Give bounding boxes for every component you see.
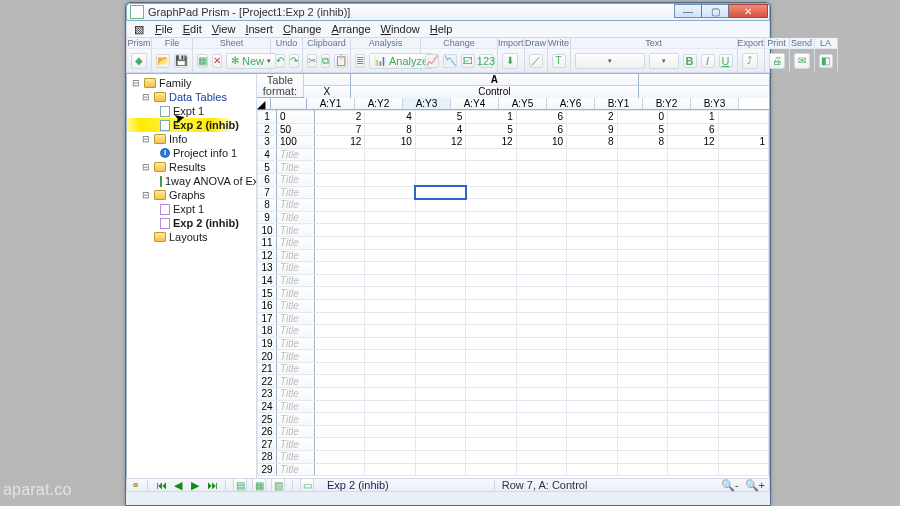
data-cell[interactable]	[466, 148, 516, 161]
data-cell[interactable]	[466, 173, 516, 186]
row-header[interactable]: 13	[258, 262, 277, 275]
data-cell[interactable]	[314, 148, 364, 161]
subcol-A:Y1[interactable]: A:Y1	[307, 98, 355, 109]
row-title-cell[interactable]: Title	[277, 337, 315, 350]
data-cell[interactable]	[617, 186, 667, 199]
open-button[interactable]: 📂	[156, 54, 170, 68]
row-header[interactable]: 24	[258, 400, 277, 413]
menu-edit[interactable]: Edit	[178, 23, 207, 35]
data-cell[interactable]	[718, 451, 769, 464]
data-cell[interactable]	[567, 337, 617, 350]
row-header[interactable]: 26	[258, 425, 277, 438]
data-cell[interactable]: 12	[466, 136, 516, 149]
view-mode-1[interactable]: ▤	[233, 478, 247, 492]
nav-graph-expt1[interactable]: Expt 1	[127, 202, 256, 216]
row-title-cell[interactable]: Title	[277, 161, 315, 174]
data-cell[interactable]	[466, 362, 516, 375]
data-cell[interactable]	[567, 438, 617, 451]
data-cell[interactable]	[516, 337, 566, 350]
data-cell[interactable]	[617, 249, 667, 262]
data-cell[interactable]	[466, 236, 516, 249]
data-cell[interactable]: 0	[617, 111, 667, 124]
data-cell[interactable]	[567, 400, 617, 413]
data-cell[interactable]	[365, 287, 415, 300]
row-header[interactable]: 27	[258, 438, 277, 451]
zoom-in-button[interactable]: 🔍+	[745, 479, 765, 492]
data-cell[interactable]	[365, 186, 415, 199]
row-header[interactable]: 22	[258, 375, 277, 388]
data-cell[interactable]	[567, 350, 617, 363]
data-cell[interactable]	[718, 173, 769, 186]
nav-info[interactable]: ⊟Info	[127, 132, 256, 146]
data-cell[interactable]	[365, 350, 415, 363]
data-cell[interactable]	[718, 123, 769, 136]
data-cell[interactable]	[668, 173, 718, 186]
data-cell[interactable]	[415, 274, 465, 287]
row-title-cell[interactable]: Title	[277, 400, 315, 413]
data-cell[interactable]	[668, 249, 718, 262]
data-cell[interactable]	[415, 249, 465, 262]
data-cell[interactable]	[466, 262, 516, 275]
data-cell[interactable]	[314, 224, 364, 237]
nav-datatables[interactable]: ⊟Data Tables	[127, 90, 256, 104]
data-cell[interactable]	[617, 451, 667, 464]
subcol-A:Y3[interactable]: A:Y3	[403, 98, 451, 109]
copy-button[interactable]: ⧉	[321, 54, 330, 68]
data-cell[interactable]	[466, 199, 516, 212]
data-cell[interactable]	[617, 438, 667, 451]
data-cell[interactable]	[718, 299, 769, 312]
data-cell[interactable]	[718, 274, 769, 287]
row-header[interactable]: 3	[258, 136, 277, 149]
group-a-letter[interactable]: A	[351, 74, 639, 86]
row-header[interactable]: 25	[258, 413, 277, 426]
data-cell[interactable]	[567, 287, 617, 300]
nav-dt-expt1[interactable]: Expt 1	[127, 104, 256, 118]
underline-button[interactable]: U	[719, 54, 733, 68]
data-cell[interactable]	[567, 325, 617, 338]
title-col-header[interactable]	[271, 98, 307, 109]
data-cell[interactable]: 1	[668, 111, 718, 124]
data-cell[interactable]	[718, 400, 769, 413]
data-cell[interactable]	[668, 375, 718, 388]
menu-view[interactable]: View	[207, 23, 241, 35]
data-cell[interactable]	[314, 337, 364, 350]
data-cell[interactable]	[365, 325, 415, 338]
data-cell[interactable]	[314, 161, 364, 174]
data-cell[interactable]	[314, 262, 364, 275]
data-cell[interactable]	[567, 199, 617, 212]
nav-prev-button[interactable]: ◀	[172, 479, 184, 491]
data-cell[interactable]	[516, 400, 566, 413]
row-title-cell[interactable]: Title	[277, 425, 315, 438]
data-cell[interactable]	[617, 287, 667, 300]
data-cell[interactable]	[314, 413, 364, 426]
data-cell[interactable]	[668, 438, 718, 451]
data-cell[interactable]	[516, 236, 566, 249]
data-cell[interactable]	[668, 287, 718, 300]
view-mode-2[interactable]: ▦	[252, 478, 266, 492]
data-cell[interactable]	[567, 186, 617, 199]
data-cell[interactable]	[415, 337, 465, 350]
data-cell[interactable]	[567, 312, 617, 325]
row-header[interactable]: 1	[258, 111, 277, 124]
data-cell[interactable]	[718, 337, 769, 350]
send-button[interactable]: ✉	[794, 53, 810, 69]
data-cell[interactable]: 1	[718, 136, 769, 149]
maximize-button[interactable]: ▢	[701, 4, 729, 18]
row-header[interactable]: 16	[258, 299, 277, 312]
corner-cell[interactable]: ◢	[257, 98, 271, 109]
data-cell[interactable]	[516, 451, 566, 464]
data-cell[interactable]	[466, 451, 516, 464]
x-col-header[interactable]: X	[304, 86, 351, 98]
data-cell[interactable]	[415, 224, 465, 237]
subcol-B:Y1[interactable]: B:Y1	[595, 98, 643, 109]
data-cell[interactable]	[365, 400, 415, 413]
data-cell[interactable]	[516, 325, 566, 338]
sheet-opt1[interactable]: ▦	[197, 54, 208, 68]
data-cell[interactable]	[567, 362, 617, 375]
data-cell[interactable]: 1	[466, 111, 516, 124]
data-cell[interactable]	[718, 211, 769, 224]
row-title-cell[interactable]: 100	[277, 136, 315, 149]
data-cell[interactable]	[718, 161, 769, 174]
data-cell[interactable]: 12	[415, 136, 465, 149]
data-cell[interactable]	[516, 173, 566, 186]
